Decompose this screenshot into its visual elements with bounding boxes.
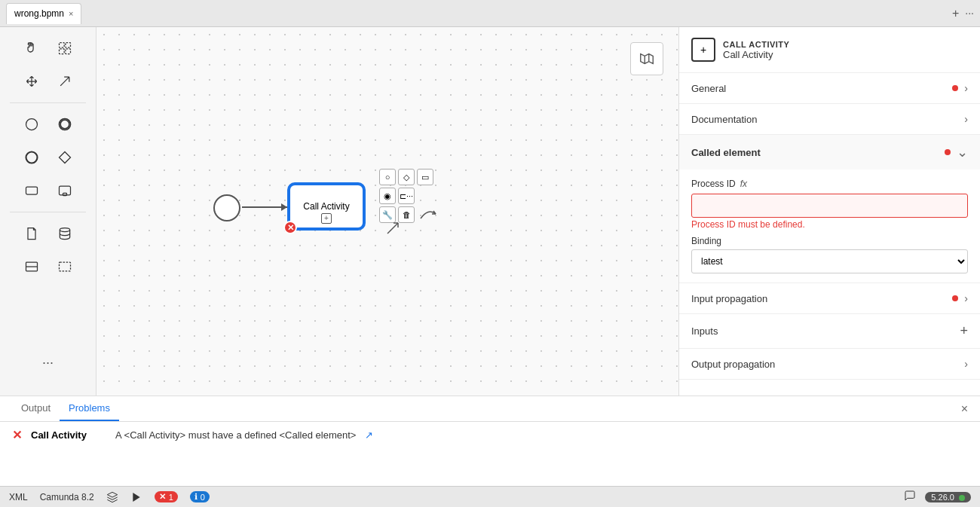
toolbar-more-button[interactable]: ···: [33, 347, 63, 377]
task-button[interactable]: [17, 176, 47, 206]
ctx-circle[interactable]: ○: [379, 169, 396, 185]
ctx-rect[interactable]: ▭: [417, 169, 433, 185]
called-element-body: Process ID fx Process ID must be defined…: [679, 170, 980, 283]
xml-label[interactable]: XML: [9, 492, 28, 502]
task-marker-icon: +: [321, 213, 332, 224]
call-activity-task[interactable]: Call Activity + ✕: [289, 184, 364, 229]
properties-panel: + CALL ACTIVITY Call Activity General › …: [678, 27, 980, 396]
add-tab-button[interactable]: +: [952, 7, 959, 20]
fx-button[interactable]: fx: [740, 179, 747, 189]
subprocess-button[interactable]: [50, 176, 80, 206]
toolbar-more-area: ···: [33, 347, 63, 383]
section-documentation: Documentation ›: [679, 104, 980, 135]
svg-rect-15: [59, 262, 70, 271]
svg-rect-2: [59, 49, 64, 54]
ctx-diamond[interactable]: ◇: [398, 169, 415, 185]
error-row-icon: ✕: [12, 428, 22, 442]
svg-rect-3: [65, 49, 70, 54]
context-shape-row: ○ ◇ ▭: [379, 169, 433, 185]
start-event[interactable]: [213, 194, 240, 221]
process-id-error: Process ID must be defined.: [691, 219, 968, 230]
deploy-button[interactable]: [106, 491, 118, 503]
minimap-button[interactable]: [630, 42, 663, 75]
toolbar-divider-2: [10, 212, 87, 212]
svg-point-4: [26, 119, 37, 130]
data-store-button[interactable]: [50, 218, 80, 249]
section-called-element-title: Called element: [691, 147, 761, 158]
selection-tool-button[interactable]: [50, 33, 80, 63]
tool-row-7: [17, 252, 80, 282]
tab-output[interactable]: Output: [12, 396, 60, 421]
lane-button[interactable]: [50, 252, 80, 282]
section-input-propagation-header[interactable]: Input propagation ›: [679, 283, 980, 313]
bottom-area: Output Problems × ✕ Call Activity A <Cal…: [0, 396, 980, 486]
bottom-close-button[interactable]: ×: [961, 402, 968, 416]
svg-marker-8: [59, 152, 70, 163]
process-id-input[interactable]: [691, 194, 968, 218]
section-inputs: Inputs +: [679, 314, 980, 349]
section-output-propagation-header[interactable]: Output propagation ›: [679, 349, 980, 379]
section-inputs-title: Inputs: [691, 325, 718, 337]
more-tabs-button[interactable]: ···: [965, 7, 974, 20]
svg-marker-20: [133, 493, 139, 502]
svg-rect-10: [59, 186, 70, 195]
binding-select[interactable]: latest deployment version version tag: [691, 249, 968, 273]
end-event-button[interactable]: [17, 142, 47, 173]
tool-row-1: [17, 33, 80, 63]
called-element-chevron-icon: ⌄: [957, 144, 968, 160]
svg-rect-9: [26, 187, 37, 194]
process-id-row: Process ID fx: [691, 179, 968, 189]
ctx-int-event[interactable]: ◉: [379, 188, 396, 204]
section-output-propagation-title: Output propagation: [691, 359, 775, 370]
svg-rect-11: [63, 193, 66, 195]
ctx-append[interactable]: ⊏···: [398, 188, 415, 204]
tool-row-6: [17, 218, 80, 249]
toolbar: ···: [0, 27, 96, 396]
tab-close-button[interactable]: ×: [69, 9, 73, 18]
section-inputs-header[interactable]: Inputs +: [679, 314, 980, 348]
data-object-button[interactable]: [17, 218, 47, 249]
file-tab[interactable]: wrong.bpmn ×: [6, 3, 81, 24]
play-button[interactable]: [130, 491, 142, 503]
section-documentation-header[interactable]: Documentation ›: [679, 104, 980, 134]
task-label: Call Activity: [299, 201, 354, 212]
move-tool-button[interactable]: [17, 66, 47, 96]
ctx-curved-arrow[interactable]: [417, 206, 439, 223]
panel-element-name: Call Activity: [723, 49, 789, 60]
section-called-element-header[interactable]: Called element ⌄: [679, 135, 980, 170]
intermediate-event-button[interactable]: [50, 109, 80, 139]
tool-row-4: [17, 142, 80, 173]
documentation-chevron-icon: ›: [964, 113, 968, 125]
error-count-badge[interactable]: ✕ 1: [155, 491, 178, 502]
start-event-button[interactable]: [17, 109, 47, 139]
section-called-element: Called element ⌄ Process ID fx Process I…: [679, 135, 980, 283]
tab-problems[interactable]: Problems: [60, 396, 119, 421]
arrow-tool-button[interactable]: [50, 66, 80, 96]
section-called-element-actions: ⌄: [945, 144, 968, 160]
svg-rect-0: [59, 43, 64, 48]
error-row-name: Call Activity: [31, 429, 106, 441]
bottom-tab-bar: Output Problems ×: [0, 396, 980, 422]
ctx-diagonal-arrow[interactable]: [384, 220, 401, 239]
main-area: ··· Call Activity + ✕: [0, 27, 980, 396]
error-row-link[interactable]: ↗: [365, 429, 373, 441]
pool-button[interactable]: [17, 252, 47, 282]
engine-label: Camunda 8.2: [40, 492, 94, 502]
status-bar: XML Camunda 8.2 ✕ 1 ℹ 0 5.26.0: [0, 486, 980, 507]
bottom-content: ✕ Call Activity A <Call Activity> must h…: [0, 422, 980, 486]
canvas[interactable]: Call Activity + ✕ ○ ◇ ▭ ◉ ⊏··· 🔧 🗑: [96, 27, 678, 396]
inputs-add-button[interactable]: +: [960, 323, 968, 339]
hand-tool-button[interactable]: [17, 33, 47, 63]
info-count-badge[interactable]: ℹ 0: [190, 491, 210, 502]
comment-icon[interactable]: [904, 490, 916, 504]
panel-header: + CALL ACTIVITY Call Activity: [679, 27, 980, 73]
tool-row-2: [17, 66, 80, 96]
section-general-actions: ›: [952, 82, 968, 94]
svg-point-6: [60, 120, 69, 129]
tab-bar: wrong.bpmn × + ···: [0, 0, 980, 27]
binding-label: Binding: [691, 236, 968, 246]
section-general-header[interactable]: General ›: [679, 73, 980, 103]
gateway-button[interactable]: [50, 142, 80, 173]
output-propagation-chevron-icon: ›: [964, 358, 968, 370]
error-count-value: 1: [169, 493, 173, 502]
